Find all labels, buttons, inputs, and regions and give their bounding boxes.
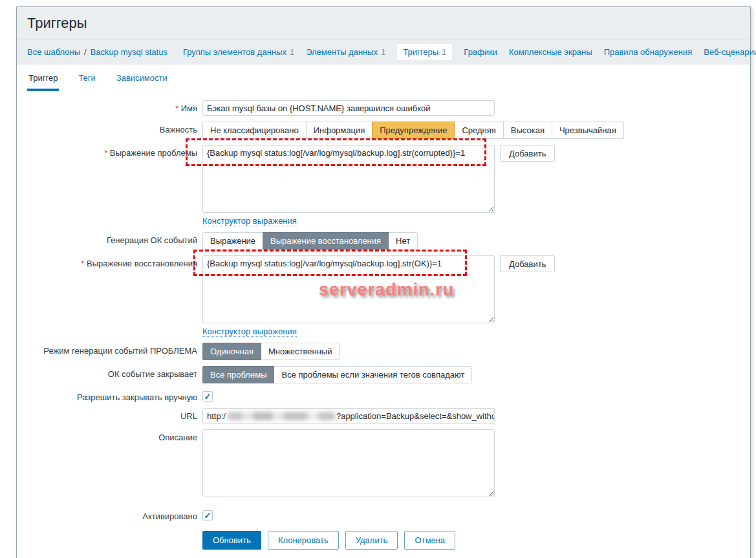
ok-event-generation-group: Выражение Выражение восстановления Нет — [202, 232, 418, 250]
severity-information[interactable]: Информация — [306, 122, 373, 139]
event-mode-single[interactable]: Одиночная — [202, 343, 261, 360]
severity-high[interactable]: Высокая — [503, 122, 552, 139]
description-label: Описание — [17, 429, 202, 442]
row-url: URL http:/?application=Backup&select=&sh… — [17, 408, 750, 424]
clone-button[interactable]: Клонировать — [268, 531, 339, 550]
name-label: Имя — [17, 100, 202, 113]
problem-expression-label: Выражение проблемы — [17, 145, 202, 158]
breadcrumb: Все шаблоны / Backup mysql status — [27, 47, 167, 57]
nav-item-items[interactable]: Элементы данных1 — [306, 47, 385, 57]
row-enabled: Активировано — [17, 508, 750, 521]
row-allow-manual-close: Разрешить закрывать вручную — [17, 389, 750, 402]
problem-event-mode-group: Одиночная Множественный — [202, 343, 340, 360]
row-description: Описание — [17, 429, 750, 497]
form-footer: Обновить Клонировать Удалить Отмена — [202, 531, 750, 550]
row-problem-expression: Выражение проблемы {Backup mysql status:… — [17, 145, 750, 226]
url-prefix: http:/ — [207, 411, 226, 421]
severity-label: Важность — [17, 122, 202, 134]
url-redacted-blur — [227, 412, 336, 420]
severity-average[interactable]: Средняя — [454, 122, 503, 139]
row-ok-event-closes: ОК событие закрывает Все проблемы Все пр… — [17, 366, 750, 383]
page-title: Триггеры — [17, 7, 750, 39]
breadcrumb-nav: Все шаблоны / Backup mysql status Группы… — [17, 39, 750, 65]
recovery-expression-label: Выражение восстановления — [17, 255, 202, 268]
form-panel: Триггер Теги Зависимости Имя Важность Не… — [17, 65, 750, 558]
zabbix-trigger-window: Триггеры Все шаблоны / Backup mysql stat… — [16, 6, 751, 558]
delete-button[interactable]: Удалить — [345, 531, 398, 550]
nav-item-triggers[interactable]: Триггеры1 — [397, 44, 452, 60]
url-input[interactable]: http:/?application=Backup&select=&show_w… — [202, 408, 495, 424]
closes-all-problems-if-tags-match[interactable]: Все проблемы если значения тегов совпада… — [274, 366, 472, 383]
enabled-checkbox[interactable] — [202, 510, 213, 520]
row-problem-event-mode: Режим генерации событий ПРОБЛЕМА Одиночн… — [17, 343, 750, 360]
breadcrumb-link-all-templates[interactable]: Все шаблоны — [27, 47, 80, 57]
nav-count-items: 1 — [381, 47, 385, 57]
problem-event-mode-label: Режим генерации событий ПРОБЛЕМА — [17, 343, 202, 356]
nav-count-triggers: 1 — [442, 47, 446, 57]
tab-dependencies[interactable]: Зависимости — [115, 73, 169, 91]
ok-gen-none[interactable]: Нет — [388, 232, 418, 250]
ok-event-closes-label: ОК событие закрывает — [17, 366, 202, 379]
description-textarea[interactable] — [202, 429, 495, 497]
breadcrumb-separator: / — [84, 47, 87, 57]
severity-not-classified[interactable]: Не классифицировано — [202, 122, 307, 139]
url-label: URL — [17, 408, 202, 421]
ok-gen-recovery-expression[interactable]: Выражение восстановления — [263, 232, 389, 250]
cancel-button[interactable]: Отмена — [404, 531, 455, 550]
nav-item-web-scenarios[interactable]: Веб-сценарии — [704, 47, 756, 57]
problem-expression-add-button[interactable]: Добавить — [500, 145, 555, 162]
nav-item-discovery-rules[interactable]: Правила обнаружения — [604, 47, 693, 57]
recovery-expression-textarea[interactable]: {Backup mysql status:log[/var/log/mysql/… — [202, 255, 495, 323]
row-ok-event-generation: Генерация ОК событий Выражение Выражение… — [17, 232, 750, 250]
ok-event-generation-label: Генерация ОК событий — [17, 232, 202, 245]
severity-disaster[interactable]: Чрезвычайная — [552, 122, 624, 139]
tab-trigger[interactable]: Триггер — [27, 73, 59, 91]
problem-expression-textarea[interactable]: {Backup mysql status:log[/var/log/mysql/… — [202, 145, 495, 213]
event-mode-multiple[interactable]: Множественный — [261, 343, 340, 360]
nav-item-applications[interactable]: Группы элементов данных1 — [183, 47, 294, 57]
ok-gen-expression[interactable]: Выражение — [202, 232, 263, 250]
recovery-expression-add-button[interactable]: Добавить — [500, 255, 555, 272]
tab-tags[interactable]: Теги — [77, 73, 96, 91]
row-severity: Важность Не классифицировано Информация … — [17, 122, 750, 139]
row-recovery-expression: Выражение восстановления serveradmin.ru … — [17, 255, 750, 337]
update-button[interactable]: Обновить — [202, 531, 261, 550]
nav-item-screens[interactable]: Комплексные экраны — [509, 47, 592, 57]
tabs: Триггер Теги Зависимости — [17, 65, 750, 91]
enabled-label: Активировано — [17, 508, 202, 521]
breadcrumb-link-template[interactable]: Backup mysql status — [91, 47, 167, 57]
nav-count-applications: 1 — [290, 47, 294, 57]
nav-item-graphs[interactable]: Графики — [464, 47, 497, 57]
closes-all-problems[interactable]: Все проблемы — [202, 366, 274, 383]
url-suffix: ?application=Backup&select=&show_withou — [336, 411, 495, 421]
severity-warning[interactable]: Предупреждение — [372, 122, 455, 139]
ok-event-closes-group: Все проблемы Все проблемы если значения … — [202, 366, 472, 383]
name-input[interactable] — [202, 100, 495, 116]
trigger-form: Имя Важность Не классифицировано Информа… — [17, 91, 750, 558]
allow-manual-close-checkbox[interactable] — [202, 391, 213, 402]
allow-manual-close-label: Разрешить закрывать вручную — [17, 389, 202, 402]
severity-group: Не классифицировано Информация Предупреж… — [202, 122, 624, 139]
expression-constructor-link[interactable]: Конструктор выражения — [202, 327, 297, 337]
expression-constructor-link[interactable]: Конструктор выражения — [202, 216, 297, 226]
row-name: Имя — [17, 100, 750, 116]
